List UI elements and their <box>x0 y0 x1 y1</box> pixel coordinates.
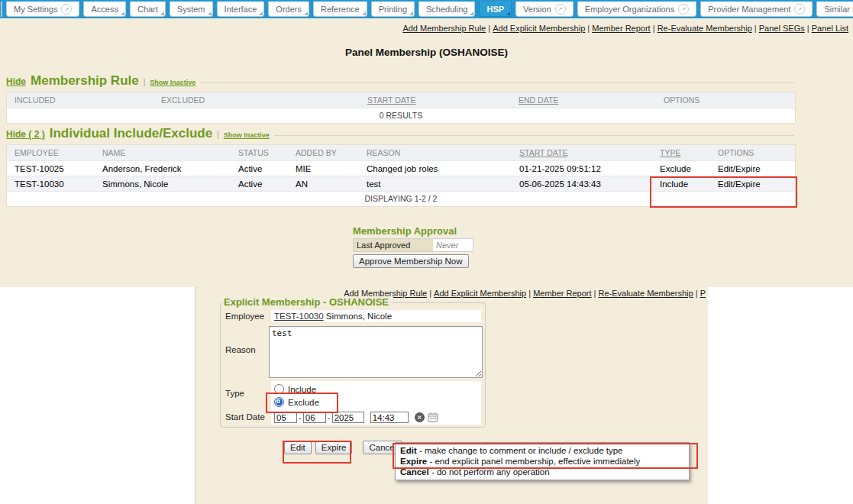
tab-similar-exposure-groups[interactable]: Similar Exposure Groups (SEGs) <box>816 2 853 17</box>
tab-reference[interactable]: Reference <box>313 2 367 17</box>
expire-button[interactable]: Expire <box>315 441 353 454</box>
tab-provider-management[interactable]: Provider Management <box>700 2 813 17</box>
popout-icon[interactable] <box>61 4 72 15</box>
tab-orders[interactable]: Orders <box>268 2 309 17</box>
type-option-include[interactable]: Include <box>274 383 478 396</box>
tab-my-settings[interactable]: My Settings <box>6 2 79 17</box>
tab-employer-organizations[interactable]: Employer Organizations <box>577 2 696 17</box>
employee-row: Employee TEST-10030 Simmons, Nicole <box>223 310 481 322</box>
cell-employee: TEST-10025 <box>7 163 95 175</box>
panel-list-link[interactable]: Panel List <box>812 24 848 33</box>
last-approved-row: Last Approved Never <box>353 238 473 252</box>
approve-membership-now-button[interactable]: Approve Membership Now <box>353 254 469 268</box>
table-header-row: INCLUDED EXCLUDED START DATE END DATE OP… <box>7 92 795 108</box>
cell-reason: Changed job roles <box>359 163 512 175</box>
calendar-icon[interactable] <box>428 412 438 422</box>
tab-partial[interactable] <box>1 2 2 17</box>
re-evaluate-membership-link[interactable]: Re-Evaluate Membership <box>658 24 752 33</box>
clear-date-icon[interactable]: ✕ <box>415 412 425 422</box>
add-membership-rule-link[interactable]: Add Membership Rule <box>402 24 486 33</box>
popout-icon[interactable] <box>678 4 689 15</box>
membership-rule-title: Membership Rule <box>31 74 139 89</box>
cell-options-edit-expire[interactable]: Edit/Expire <box>710 163 795 175</box>
cell-reason: test <box>359 178 512 190</box>
member-report-link[interactable]: Member Report <box>592 24 650 33</box>
cell-type: Include <box>652 178 710 190</box>
show-inactive-link[interactable]: Show Inactive <box>224 131 270 139</box>
radio-exclude[interactable] <box>274 397 284 407</box>
explicit-membership-page: Add Membership RuleAdd Explicit Membersh… <box>195 287 708 504</box>
start-date-row: Start Date - - ✕ <box>223 410 481 425</box>
top-tab-bar: My Settings Access Chart System Interfac… <box>0 0 853 18</box>
cell-start-date: 05-06-2025 14:43:43 <box>512 178 652 190</box>
employee-name: Simmons, Nicole <box>326 312 392 321</box>
last-approved-label: Last Approved <box>354 239 433 251</box>
tab-interface[interactable]: Interface <box>217 2 265 17</box>
cell-added-by: MIE <box>288 163 359 175</box>
col-start-date[interactable]: START DATE <box>512 147 652 159</box>
explicit-membership-fieldset: Explicit Membership - OSHANOISE Employee… <box>220 302 486 428</box>
cell-start-date: 01-21-2025 09:51:12 <box>512 163 652 175</box>
individual-include-exclude-title: Individual Include/Exclude <box>50 127 213 141</box>
truncated-link[interactable]: P <box>700 289 706 298</box>
re-evaluate-membership-link[interactable]: Re-Evaluate Membership <box>599 289 693 298</box>
popout-icon[interactable] <box>794 4 805 15</box>
time-input[interactable] <box>370 412 409 423</box>
tab-access[interactable]: Access <box>83 2 125 17</box>
explicit-membership-overlay: Add Membership RuleAdd Explicit Membersh… <box>0 287 853 504</box>
reason-textarea[interactable]: test <box>269 326 483 378</box>
cell-type: Exclude <box>652 163 710 175</box>
col-start-date[interactable]: START DATE <box>360 94 511 106</box>
hide-membership-rule-link[interactable]: Hide <box>6 76 26 87</box>
type-label: Type <box>223 381 271 410</box>
employee-label: Employee <box>223 310 271 322</box>
col-reason: REASON <box>359 147 512 159</box>
tooltip-line-expire: Expire - end explicit panel membership, … <box>400 456 684 467</box>
tab-version[interactable]: Version <box>515 2 574 17</box>
type-option-exclude[interactable]: Exclude <box>274 396 478 409</box>
cell-options-edit-expire[interactable]: Edit/Expire <box>710 178 795 190</box>
cell-added-by: AN <box>288 178 359 190</box>
popout-icon <box>1 4 2 15</box>
membership-approval: Membership Approval Last Approved Never … <box>353 225 483 268</box>
day-input[interactable] <box>303 412 326 423</box>
individual-include-exclude-header: Hide ( 2 ) Individual Include/Exclude | … <box>6 127 794 141</box>
action-links: Add Membership RuleAdd Explicit Membersh… <box>344 289 706 298</box>
tab-chart[interactable]: Chart <box>130 2 166 17</box>
col-included: INCLUDED <box>7 94 153 106</box>
tooltip-line-edit: Edit - make change to comment or include… <box>400 445 684 456</box>
popout-icon[interactable] <box>555 4 566 15</box>
last-approved-value: Never <box>433 239 473 251</box>
individual-include-exclude-table: EMPLOYEE NAME STATUS ADDED BY REASON STA… <box>6 144 796 207</box>
member-report-link[interactable]: Member Report <box>533 289 591 298</box>
edit-button[interactable]: Edit <box>284 441 312 454</box>
tab-scheduling[interactable]: Scheduling <box>418 2 475 17</box>
start-date-label: Start Date <box>223 410 271 425</box>
tab-hsp[interactable]: HSP <box>479 2 512 17</box>
reason-label: Reason <box>223 325 271 354</box>
col-type[interactable]: TYPE <box>652 147 710 159</box>
tab-system[interactable]: System <box>170 2 213 17</box>
radio-include[interactable] <box>274 384 284 394</box>
empty-results: 0 RESULTS <box>7 108 795 123</box>
panel-segs-link[interactable]: Panel SEGs <box>759 24 805 33</box>
year-input[interactable] <box>332 412 364 423</box>
action-links: Add Membership RuleAdd Explicit Membersh… <box>402 24 848 33</box>
cell-employee: TEST-10030 <box>7 178 95 190</box>
panel-membership-page: Add Membership RuleAdd Explicit Membersh… <box>0 18 853 287</box>
col-options: OPTIONS <box>656 94 795 106</box>
month-input[interactable] <box>274 412 297 423</box>
col-status: STATUS <box>231 147 288 159</box>
page-title: Panel Membership (OSHANOISE) <box>0 47 853 58</box>
tab-printing[interactable]: Printing <box>371 2 415 17</box>
employee-id-link[interactable]: TEST-10030 <box>274 312 324 321</box>
type-row: Type Include Exclude <box>223 381 481 410</box>
hide-individual-link[interactable]: Hide ( 2 ) <box>6 129 45 140</box>
show-inactive-link[interactable]: Show Inactive <box>150 79 195 86</box>
cell-name: Anderson, Frederick <box>95 163 231 175</box>
membership-rule-header: Hide Membership Rule | Show Inactive <box>6 74 794 89</box>
col-employee: EMPLOYEE <box>7 147 95 159</box>
add-explicit-membership-link[interactable]: Add Explicit Membership <box>434 289 526 298</box>
col-end-date[interactable]: END DATE <box>511 94 656 106</box>
add-explicit-membership-link[interactable]: Add Explicit Membership <box>493 24 585 33</box>
